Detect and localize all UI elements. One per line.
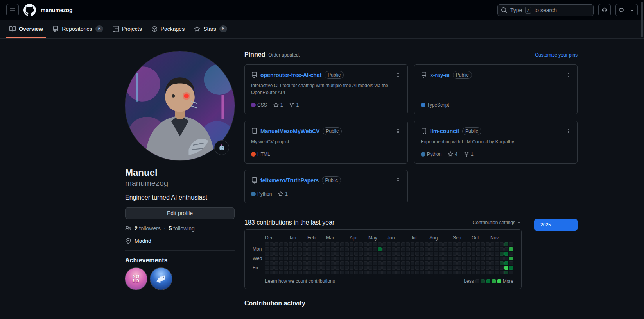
copilot-menu-button[interactable]	[615, 4, 638, 16]
contribution-cell	[321, 271, 325, 274]
contribution-cell	[321, 252, 325, 256]
contribution-cell	[293, 261, 297, 265]
contribution-cell	[368, 247, 372, 251]
contribution-cell	[500, 247, 504, 251]
contribution-cell	[331, 271, 335, 274]
contribution-cell	[279, 261, 283, 265]
contribution-cell	[331, 261, 335, 265]
contribution-cell	[284, 257, 288, 260]
contribution-cell	[364, 266, 368, 270]
caret-down-icon	[517, 220, 522, 225]
contribution-cell	[382, 257, 386, 260]
contribution-cell	[490, 257, 494, 260]
tab-stars[interactable]: Stars 6	[191, 20, 230, 38]
contribution-cell	[434, 266, 438, 270]
contribution-cell	[303, 271, 307, 274]
drag-grabber-icon[interactable]	[395, 128, 401, 134]
tab-packages[interactable]: Packages	[148, 20, 188, 38]
repo-name-link[interactable]: felixmezo/TruthPapers	[260, 177, 319, 184]
learn-contributions-link[interactable]: Learn how we count contributions	[265, 278, 335, 284]
copilot-button[interactable]	[598, 4, 611, 16]
search-placeholder-pre: Type	[510, 7, 522, 13]
contribution-cell	[298, 266, 302, 270]
contribution-cell	[486, 261, 490, 265]
contribution-cell	[382, 247, 386, 251]
contribution-grid[interactable]	[265, 242, 513, 274]
search-input[interactable]: Type / to search	[497, 4, 594, 16]
profile-nav: Overview Repositories 6 Projects Package…	[0, 20, 644, 39]
contribution-cell	[335, 271, 339, 274]
drag-grabber-icon[interactable]	[565, 72, 571, 78]
contribution-cell	[462, 242, 466, 246]
drag-grabber-icon[interactable]	[395, 177, 401, 184]
repo-name-link[interactable]: openrouter-free-AI-chat	[260, 72, 321, 78]
header-username-breadcrumb[interactable]: manumezog	[41, 7, 73, 13]
contribution-cell	[364, 261, 368, 265]
achievement-badge-yolo[interactable]: YO LO	[125, 268, 147, 290]
contribution-cell	[326, 247, 330, 251]
contribution-cell	[321, 266, 325, 270]
contribution-cell	[354, 261, 358, 265]
contribution-cell	[307, 247, 311, 251]
repo-forks-link[interactable]: 1	[464, 151, 474, 157]
contribution-cell	[481, 252, 485, 256]
contribution-cell	[312, 247, 316, 251]
drag-grabber-icon[interactable]	[395, 72, 401, 78]
contribution-cell	[486, 271, 490, 274]
contribution-cell	[331, 242, 335, 246]
customize-pins-link[interactable]: Customize your pins	[535, 52, 578, 58]
repo-stars-link[interactable]: 1	[278, 191, 288, 197]
contribution-cell	[472, 242, 475, 246]
contribution-cell	[354, 252, 358, 256]
contribution-cell	[293, 252, 297, 256]
contribution-cell	[481, 266, 485, 270]
contribution-cell	[317, 271, 321, 274]
edit-profile-button[interactable]: Edit profile	[125, 207, 235, 219]
scrollbar-thumb[interactable]	[641, 2, 643, 37]
github-logo[interactable]	[23, 4, 36, 16]
contribution-cell	[486, 257, 490, 260]
drag-grabber-icon[interactable]	[565, 128, 571, 134]
contribution-settings-dropdown[interactable]: Contribution settings	[473, 220, 522, 225]
contribution-legend: Less More	[464, 278, 513, 284]
achievement-badge-pull-shark[interactable]	[150, 268, 172, 290]
contribution-cell	[406, 257, 410, 260]
status-emoji-button[interactable]	[214, 140, 229, 155]
following-link[interactable]: 5 following	[169, 225, 195, 232]
contribution-cell	[392, 242, 396, 246]
contribution-cell	[350, 271, 353, 274]
tab-projects[interactable]: Projects	[109, 20, 145, 38]
contribution-cell	[467, 242, 471, 246]
contribution-cell	[284, 266, 288, 270]
copilot-icon	[601, 7, 608, 13]
contribution-cell	[401, 261, 405, 265]
tab-overview[interactable]: Overview	[6, 20, 46, 38]
contribution-cell	[429, 261, 433, 265]
contribution-cell	[326, 252, 330, 256]
contribution-cell	[354, 266, 358, 270]
pinned-repo-card: openrouter-free-AI-chat Public Interacti…	[244, 64, 408, 114]
contribution-cell	[490, 261, 494, 265]
contribution-cell	[392, 252, 396, 256]
contribution-cell	[462, 261, 466, 265]
tab-repositories[interactable]: Repositories 6	[49, 20, 106, 38]
hamburger-menu-button[interactable]	[6, 4, 19, 16]
followers-link[interactable]: 2 followers	[135, 225, 161, 232]
day-label: Wed	[253, 256, 262, 261]
contribution-cell	[298, 247, 302, 251]
contribution-cell	[472, 252, 475, 256]
repo-forks-link[interactable]: 1	[289, 102, 299, 108]
repo-name-link[interactable]: ManuelMezoMyWebCV	[260, 128, 319, 134]
repo-name-link[interactable]: llm-council	[430, 128, 459, 134]
contribution-cell	[504, 252, 508, 256]
repo-name-link[interactable]: x-ray-ai	[430, 72, 450, 78]
contribution-cell	[401, 271, 405, 274]
repo-stars-link[interactable]: 1	[273, 102, 283, 108]
contribution-cell	[317, 257, 321, 260]
hamburger-icon	[9, 7, 16, 13]
contribution-cell	[270, 242, 274, 246]
contribution-cell	[411, 271, 414, 274]
repo-icon	[421, 128, 427, 134]
year-2025-button[interactable]: 2025	[534, 219, 578, 231]
repo-stars-link[interactable]: 4	[448, 151, 457, 157]
